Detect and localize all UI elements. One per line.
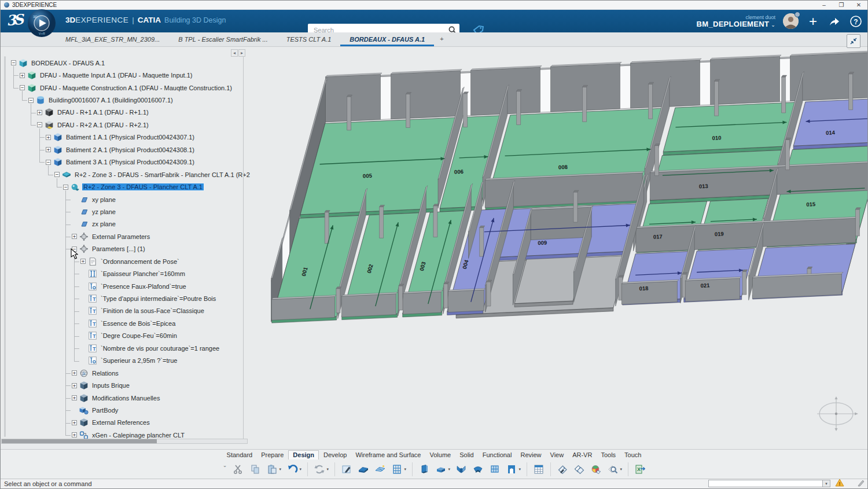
schedule-button[interactable] <box>531 461 547 477</box>
tree-item[interactable]: `Presence Faux-Plafond`=true <box>1 280 258 292</box>
column[interactable] <box>782 77 786 113</box>
collapse-node-icon[interactable]: − <box>11 60 16 65</box>
tree-item-label[interactable]: DFAU - R+2 A.1 (DFAU - R+2.1) <box>56 122 150 128</box>
actionbar-tab-volume[interactable]: Volume <box>426 451 455 459</box>
tree-item[interactable]: +Modifications Manuelles <box>1 392 258 404</box>
tags-button[interactable] <box>571 461 587 477</box>
material-ball-button[interactable] <box>588 461 604 477</box>
document-tab[interactable]: TESTS CLT A.1 <box>277 32 341 46</box>
tree-item-label[interactable]: BORDEAUX - DFAUS A.1 <box>30 60 106 67</box>
expand-node-icon[interactable]: + <box>72 432 77 437</box>
tree-item-label[interactable]: `Epaisseur Plancher`=160mm <box>100 270 186 277</box>
column[interactable] <box>480 227 484 256</box>
front-wall[interactable] <box>685 278 740 302</box>
front-wall[interactable] <box>752 274 841 299</box>
tree-item[interactable]: +fxRelations <box>1 367 258 379</box>
front-wall[interactable] <box>621 281 677 304</box>
column[interactable] <box>785 139 789 170</box>
add-content-button[interactable]: + <box>806 14 820 28</box>
tree-item[interactable]: −DFAU - Maquette Construction A.1 (DFAU … <box>1 82 258 94</box>
fit-to-screen-button[interactable] <box>847 34 860 48</box>
paste-dropdown-arrow[interactable]: ▾ <box>279 467 284 472</box>
expand-node-icon[interactable]: + <box>20 73 25 78</box>
tree-item[interactable]: +External References <box>1 417 258 429</box>
search-tag-button[interactable] <box>605 461 621 477</box>
tree-item[interactable]: yz plane <box>1 205 258 218</box>
slab-button[interactable] <box>355 461 372 477</box>
column[interactable] <box>715 81 719 116</box>
tree-item-label[interactable]: `Presence Faux-Plafond`=true <box>100 283 187 290</box>
tree-item-label[interactable]: DFAU - Maquette Construction A.1 (DFAU -… <box>39 84 233 91</box>
tree-item[interactable]: T`Nombre de vis pour couturage`=1 rangee <box>1 342 258 354</box>
tree-item[interactable]: −Parameters [...] (1) <box>1 243 258 255</box>
actionbar-tab-ar-vr[interactable]: AR-VR <box>568 451 596 459</box>
tree-item[interactable]: +Inputs Brique <box>1 379 258 391</box>
expand-node-icon[interactable]: + <box>72 383 77 388</box>
actionbar-tab-solid[interactable]: Solid <box>455 451 477 459</box>
tree-horizontal-scrollbar[interactable] <box>1 439 248 444</box>
warning-icon[interactable]: ! <box>835 479 844 488</box>
tree-item-label[interactable]: Modifications Manuelles <box>91 395 161 402</box>
actionbar-tab-review[interactable]: Review <box>516 451 545 459</box>
help-button[interactable]: ? <box>849 14 863 28</box>
expand-node-icon[interactable]: + <box>37 110 42 115</box>
tree-item-label[interactable]: Batiment 3 A.1 (Physical Product00424309… <box>65 159 196 166</box>
column[interactable] <box>406 94 410 128</box>
notes-icon[interactable] <box>857 479 865 488</box>
tree-item[interactable]: T`Degre Coupe-Feu`=60min <box>1 330 258 342</box>
tree-item[interactable]: xy plane <box>1 193 258 205</box>
column[interactable] <box>380 207 384 238</box>
tree-item[interactable]: `Epaisseur Plancher`=160mm <box>1 267 258 280</box>
tree-item[interactable]: +External Parameters <box>1 230 258 242</box>
avatar[interactable] <box>783 13 799 29</box>
tree-item[interactable]: +DFAU - R+1 A.1 (DFAU - R+1.1) <box>1 106 258 119</box>
expand-node-icon[interactable]: + <box>80 259 86 264</box>
box-button[interactable] <box>433 461 449 477</box>
front-wall[interactable] <box>341 294 396 317</box>
front-wall[interactable] <box>448 290 484 312</box>
box-dropdown-arrow[interactable]: ▾ <box>448 467 453 472</box>
front-wall[interactable] <box>271 296 334 320</box>
tree-item-label-selected[interactable]: R+2 - Zone 3 - DFAUS - Plancher CLT A.1 <box>82 183 204 190</box>
tree-item-label[interactable]: `Superieur a 2,95m ?`=true <box>100 357 178 364</box>
column[interactable] <box>433 206 437 237</box>
document-tab[interactable]: BORDEAUX - DFAUS A.1 <box>340 32 434 46</box>
column[interactable] <box>649 84 653 119</box>
document-tab[interactable]: B TPL - Escalier SmartFabrik ... <box>169 32 277 46</box>
tree-item-label[interactable]: DFAU - Maquette Input A.1 (DFAU - Maquet… <box>39 72 194 79</box>
collapse-node-icon[interactable]: − <box>63 185 68 190</box>
tree-item-label[interactable]: Building00016007 A.1 (Building00016007.1… <box>47 97 174 104</box>
update-button[interactable] <box>311 461 328 477</box>
expand-node-icon[interactable]: + <box>72 370 77 376</box>
column[interactable] <box>325 212 329 244</box>
undo-dropdown-arrow[interactable]: ▾ <box>300 467 304 472</box>
tree-item-label[interactable]: External Parameters <box>91 233 151 240</box>
tree-item[interactable]: T`Type d'appui intermediaire`=Poutre Boi… <box>1 292 258 304</box>
tree-item-label[interactable]: Parameters [...] (1) <box>91 245 146 252</box>
column[interactable] <box>336 289 340 313</box>
share-button[interactable] <box>827 14 841 28</box>
actionbar-tab-functional[interactable]: Functional <box>479 451 516 459</box>
expand-node-icon[interactable]: + <box>46 147 51 152</box>
column[interactable] <box>487 282 491 306</box>
collapse-node-icon[interactable]: − <box>28 98 34 103</box>
undo-button[interactable] <box>284 461 300 477</box>
maximize-button[interactable]: ❐ <box>833 2 850 8</box>
tree-item-label[interactable]: `Nombre de vis pour couturage`=1 rangee <box>100 345 220 352</box>
actionbar-tab-develop[interactable]: Develop <box>319 451 351 459</box>
tree-item[interactable]: −BORDEAUX - DFAUS A.1 <box>1 57 258 69</box>
tree-item-label[interactable]: Batiment 2 A.1 (Physical Product00424308… <box>65 146 196 153</box>
curved-plate-button[interactable] <box>470 461 486 477</box>
tree-item[interactable]: +`Ordonnancement de Pose` <box>1 255 258 267</box>
command-input[interactable] <box>708 480 823 487</box>
column[interactable] <box>399 286 403 310</box>
column[interactable] <box>464 94 468 127</box>
tree-item-label[interactable]: xGen - Calepinage plancher CLT <box>91 432 186 439</box>
tree-item[interactable]: −Building00016007 A.1 (Building00016007.… <box>1 94 258 106</box>
slab-005[interactable] <box>300 117 462 215</box>
actionbar-tab-prepare[interactable]: Prepare <box>257 451 288 459</box>
back-wall[interactable] <box>326 75 381 122</box>
tree-item[interactable]: T`Essence de Bois`=Epicea <box>1 317 258 329</box>
wall-button[interactable] <box>416 461 432 477</box>
search-tag-dropdown-arrow[interactable]: ▾ <box>620 467 624 472</box>
